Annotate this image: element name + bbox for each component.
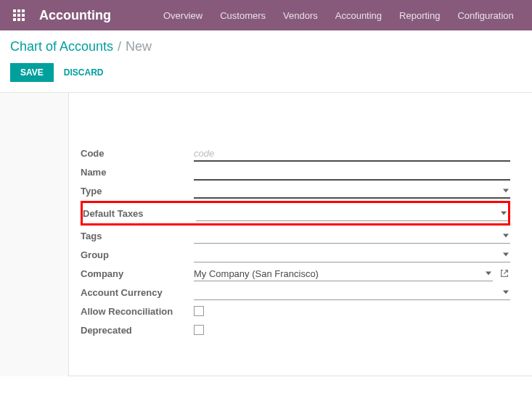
name-input[interactable] (194, 164, 510, 181)
svg-rect-3 (13, 14, 16, 17)
deprecated-checkbox[interactable] (194, 325, 204, 335)
breadcrumb-sep: / (118, 39, 121, 54)
svg-rect-7 (17, 18, 20, 21)
menu-vendors[interactable]: Vendors (274, 1, 327, 30)
allow-reconciliation-checkbox[interactable] (194, 306, 204, 316)
row-group: Group (81, 245, 510, 264)
row-code: Code (81, 144, 510, 162)
svg-rect-1 (17, 9, 20, 12)
label-tags: Tags (81, 231, 194, 241)
row-default-taxes: Default Taxes (81, 201, 510, 226)
row-allow-reconciliation: Allow Reconciliation (81, 302, 510, 320)
group-select[interactable] (194, 247, 510, 262)
label-company: Company (81, 268, 194, 279)
external-link-icon[interactable] (499, 268, 510, 279)
breadcrumb: Chart of Accounts / New (10, 39, 522, 54)
row-currency: Account Currency (81, 283, 510, 302)
menu-configuration[interactable]: Configuration (449, 1, 522, 30)
action-bar: SAVE DISCARD (0, 59, 532, 93)
svg-rect-6 (13, 18, 16, 21)
default-taxes-select[interactable] (196, 205, 508, 221)
breadcrumb-bar: Chart of Accounts / New (0, 30, 532, 59)
discard-button[interactable]: DISCARD (64, 67, 104, 78)
menu-overview[interactable]: Overview (155, 1, 211, 30)
label-type: Type (81, 186, 194, 196)
svg-rect-2 (22, 9, 25, 12)
label-group: Group (81, 249, 194, 260)
label-deprecated: Deprecated (81, 325, 194, 336)
top-navbar: Accounting Overview Customers Vendors Ac… (0, 0, 532, 30)
code-input[interactable] (194, 145, 510, 162)
menu-reporting[interactable]: Reporting (390, 1, 449, 30)
tags-select[interactable] (194, 228, 510, 244)
svg-rect-8 (22, 18, 25, 21)
save-button[interactable]: SAVE (10, 63, 54, 82)
form-sheet: Code Name Type Default Taxes (68, 93, 532, 376)
label-default-taxes: Default Taxes (83, 208, 196, 219)
top-menu: Overview Customers Vendors Accounting Re… (155, 1, 523, 30)
label-allow-reconciliation: Allow Reconciliation (81, 306, 194, 317)
svg-rect-0 (13, 9, 16, 12)
app-title: Accounting (39, 8, 111, 23)
apps-icon[interactable] (9, 5, 29, 25)
currency-select[interactable] (194, 284, 510, 300)
company-select[interactable]: My Company (San Francisco) (194, 265, 493, 281)
svg-rect-4 (17, 14, 20, 17)
label-name: Name (81, 167, 194, 178)
menu-customers[interactable]: Customers (211, 1, 274, 30)
svg-rect-5 (22, 14, 25, 17)
row-company: Company My Company (San Francisco) (81, 264, 510, 283)
type-select[interactable] (194, 183, 510, 199)
sheet-background: Code Name Type Default Taxes (0, 93, 532, 376)
row-deprecated: Deprecated (81, 320, 510, 339)
label-currency: Account Currency (81, 287, 194, 298)
row-tags: Tags (81, 226, 510, 245)
breadcrumb-parent[interactable]: Chart of Accounts (10, 39, 113, 54)
menu-accounting[interactable]: Accounting (327, 1, 390, 30)
row-type: Type (81, 181, 510, 200)
label-code: Code (81, 148, 194, 159)
breadcrumb-current: New (126, 39, 152, 54)
row-name: Name (81, 162, 510, 181)
